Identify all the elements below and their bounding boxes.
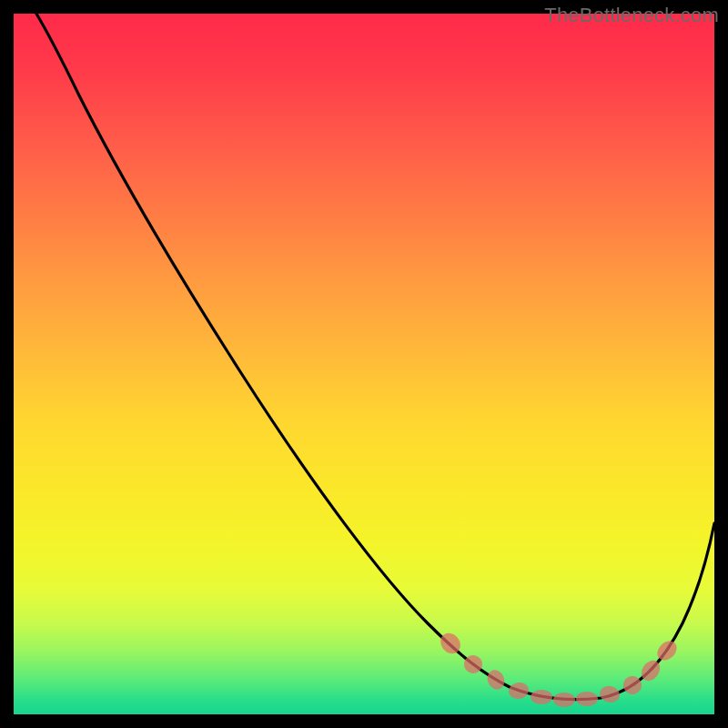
watermark-text: TheBottleneck.com	[544, 4, 719, 27]
svg-point-6	[576, 692, 598, 706]
svg-point-3	[508, 681, 531, 701]
svg-point-7	[598, 684, 621, 704]
svg-point-8	[621, 673, 645, 698]
svg-point-10	[653, 637, 681, 664]
svg-point-4	[531, 690, 552, 704]
svg-point-2	[484, 667, 508, 693]
plot-area	[14, 14, 714, 714]
curve-overlay	[14, 14, 714, 714]
chart-frame: { "watermark": "TheBottleneck.com", "cha…	[0, 0, 728, 728]
svg-point-5	[553, 693, 575, 707]
optimal-range-markers	[437, 629, 681, 707]
bottleneck-curve	[36, 14, 714, 700]
